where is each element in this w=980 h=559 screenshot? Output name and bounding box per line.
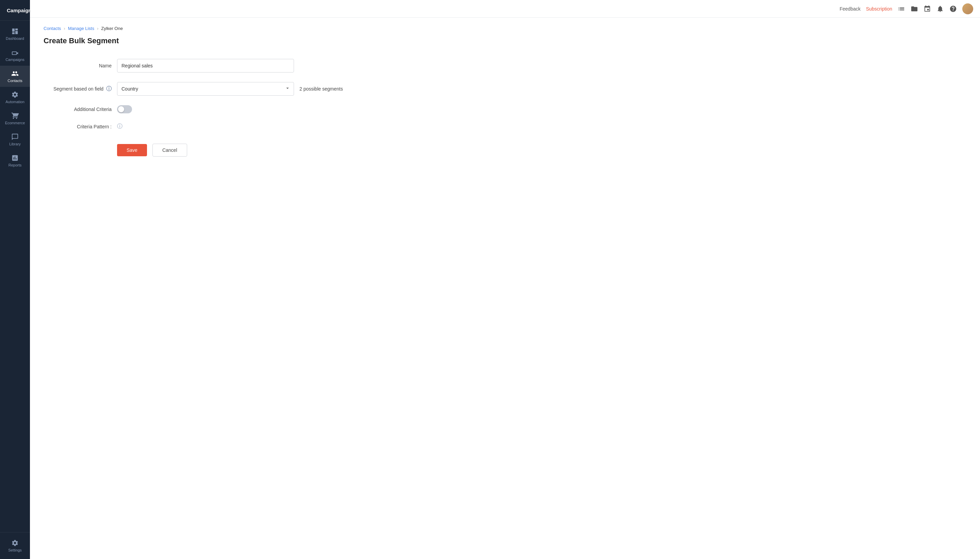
main-wrapper: Feedback Subscription Contacts › Manage … xyxy=(30,0,980,559)
breadcrumb: Contacts › Manage Lists › Zylker One xyxy=(44,26,967,31)
content-area: Contacts › Manage Lists › Zylker One Cre… xyxy=(30,18,980,559)
breadcrumb-sep-2: › xyxy=(97,26,98,31)
segment-field-label: Segment based on field ⓘ xyxy=(44,86,112,93)
list-icon[interactable] xyxy=(898,5,905,13)
bell-icon[interactable] xyxy=(936,5,944,13)
calendar-icon[interactable] xyxy=(924,5,931,13)
form-section: Name Segment based on field ⓘ Country xyxy=(44,59,350,157)
sidebar-item-settings[interactable]: Settings xyxy=(0,535,30,556)
breadcrumb-contacts[interactable]: Contacts xyxy=(44,26,61,31)
additional-criteria-label: Additional Criteria xyxy=(44,107,112,112)
save-button[interactable]: Save xyxy=(117,144,147,156)
help-icon[interactable] xyxy=(949,5,957,13)
user-avatar[interactable] xyxy=(962,3,973,14)
cancel-button[interactable]: Cancel xyxy=(152,144,187,157)
additional-criteria-row: Additional Criteria xyxy=(44,105,350,113)
additional-criteria-control-wrapper xyxy=(117,105,350,113)
form-actions: Save Cancel xyxy=(117,144,350,157)
sidebar-item-reports[interactable]: Reports xyxy=(0,150,30,171)
name-label: Name xyxy=(44,63,112,68)
criteria-pattern-row: Criteria Pattern : ⓘ xyxy=(44,123,350,130)
criteria-pattern-info-icon[interactable]: ⓘ xyxy=(117,123,122,130)
sidebar-logo[interactable]: Campaigns xyxy=(0,0,30,21)
sidebar-item-automation[interactable]: Automation xyxy=(0,87,30,108)
breadcrumb-current: Zylker One xyxy=(101,26,123,31)
criteria-pattern-label-wrapper: Criteria Pattern : xyxy=(44,124,112,129)
sidebar-item-library[interactable]: Library xyxy=(0,129,30,150)
subscription-link[interactable]: Subscription xyxy=(866,6,892,12)
segment-field-row: Segment based on field ⓘ Country 2 possi… xyxy=(44,82,350,96)
additional-criteria-toggle[interactable] xyxy=(117,105,132,113)
sidebar-item-dashboard[interactable]: Dashboard xyxy=(0,23,30,45)
breadcrumb-sep-1: › xyxy=(64,26,65,31)
segment-field-select-wrapper: Country xyxy=(117,82,294,96)
sidebar: Campaigns Dashboard Campaigns Contacts A… xyxy=(0,0,30,559)
folder-icon[interactable] xyxy=(911,5,918,13)
feedback-link[interactable]: Feedback xyxy=(840,6,860,12)
toggle-thumb xyxy=(118,106,124,112)
topbar: Feedback Subscription xyxy=(30,0,980,18)
name-row: Name xyxy=(44,59,350,73)
sidebar-item-contacts[interactable]: Contacts xyxy=(0,66,30,87)
possible-segments-text: 2 possible segments xyxy=(299,86,343,92)
segment-field-control-wrapper: Country 2 possible segments xyxy=(117,82,350,96)
segment-field-select[interactable]: Country xyxy=(117,82,294,96)
segment-field-info-icon[interactable]: ⓘ xyxy=(106,86,112,93)
name-control-wrapper xyxy=(117,59,350,73)
sidebar-bottom: Settings xyxy=(0,532,30,559)
sidebar-item-campaigns[interactable]: Campaigns xyxy=(0,45,30,66)
breadcrumb-manage-lists[interactable]: Manage Lists xyxy=(68,26,94,31)
sidebar-item-ecommerce[interactable]: Ecommerce xyxy=(0,108,30,129)
sidebar-nav: Dashboard Campaigns Contacts Automation … xyxy=(0,21,30,532)
page-title: Create Bulk Segment xyxy=(44,36,967,45)
name-input[interactable] xyxy=(117,59,294,73)
